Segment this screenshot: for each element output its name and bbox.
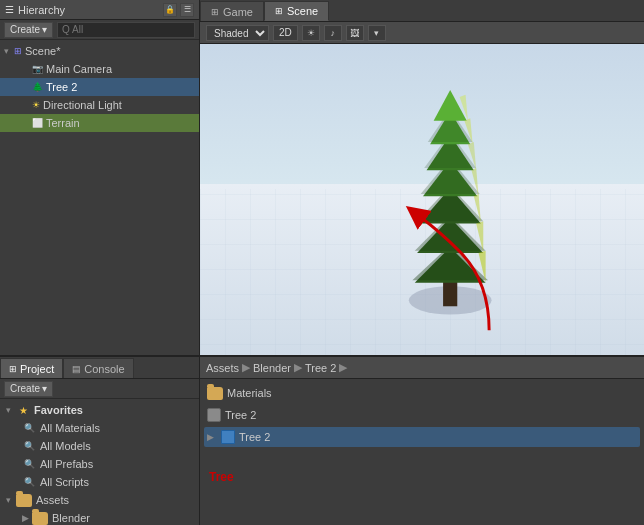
sun-icon-btn[interactable]: ☀ bbox=[302, 25, 320, 41]
view-tabs-row: ⊞ Game ⊞ Scene bbox=[200, 0, 644, 22]
hierarchy-list: ▾ ⊞ Scene* 📷 Main Camera 🌲 Tree 2 ☀ Dire… bbox=[0, 40, 199, 355]
tree2-mesh-label: Tree 2 bbox=[225, 409, 256, 421]
hierarchy-item-main-camera[interactable]: 📷 Main Camera bbox=[0, 60, 199, 78]
tab-project[interactable]: ⊞ Project bbox=[0, 358, 63, 378]
breadcrumb-sep-2: ▶ bbox=[294, 361, 302, 374]
hierarchy-item-directional-light[interactable]: ☀ Directional Light bbox=[0, 96, 199, 114]
scene-label: Scene* bbox=[25, 45, 60, 57]
item-label: Tree 2 bbox=[46, 81, 77, 93]
camera-icon: 📷 bbox=[32, 64, 43, 74]
all-scripts-label: All Scripts bbox=[40, 476, 89, 488]
project-assets-header[interactable]: ▾ Assets bbox=[0, 491, 199, 509]
all-materials-label: All Materials bbox=[40, 422, 100, 434]
image-icon-btn[interactable]: 🖼 bbox=[346, 25, 364, 41]
all-models-label: All Models bbox=[40, 440, 91, 452]
blender-folder-icon bbox=[32, 512, 48, 525]
tree-3d-svg bbox=[362, 64, 562, 324]
hierarchy-menu-btn[interactable]: ☰ bbox=[180, 3, 194, 17]
assets-expand: ▾ bbox=[6, 495, 16, 505]
hierarchy-toolbar: Create ▾ bbox=[0, 20, 199, 40]
project-blender[interactable]: ▶ Blender bbox=[0, 509, 199, 525]
favorites-star-icon: ★ bbox=[16, 403, 30, 417]
assets-panel: Assets ▶ Blender ▶ Tree 2 ▶ Materials Tr… bbox=[200, 357, 644, 525]
console-tab-label: Console bbox=[84, 363, 124, 375]
assets-content: Materials Tree 2 ▶ Tree 2 Tree bbox=[200, 379, 644, 525]
game-tab-icon: ⊞ bbox=[211, 7, 219, 17]
assets-label: Assets bbox=[36, 494, 69, 506]
favorites-expand: ▾ bbox=[6, 405, 16, 415]
item-label: Main Camera bbox=[46, 63, 112, 75]
tab-scene[interactable]: ⊞ Scene bbox=[264, 1, 329, 21]
item-label: Directional Light bbox=[43, 99, 122, 111]
scene-toolbar: Shaded 2D ☀ ♪ 🖼 ▾ bbox=[200, 22, 644, 44]
hierarchy-create-button[interactable]: Create ▾ bbox=[4, 22, 53, 38]
item-label: Terrain bbox=[46, 117, 80, 129]
project-tab-icon: ⊞ bbox=[9, 364, 17, 374]
sound-icon-btn[interactable]: ♪ bbox=[324, 25, 342, 41]
search-icon-scripts: 🔍 bbox=[22, 475, 36, 489]
favorites-label: Favorites bbox=[34, 404, 83, 416]
project-panel: ⊞ Project ▤ Console Create ▾ ▾ ★ Favorit… bbox=[0, 357, 200, 525]
hierarchy-title: ☰ Hierarchy bbox=[5, 4, 65, 16]
project-list: ▾ ★ Favorites 🔍 All Materials 🔍 All Mode… bbox=[0, 399, 199, 525]
asset-tree2-prefab[interactable]: ▶ Tree 2 bbox=[204, 427, 640, 447]
project-favorites-header[interactable]: ▾ ★ Favorites bbox=[0, 401, 199, 419]
hierarchy-search-input[interactable] bbox=[57, 22, 195, 38]
prefab-expand: ▶ bbox=[207, 432, 217, 442]
shading-select[interactable]: Shaded bbox=[206, 25, 269, 41]
more-icon-btn[interactable]: ▾ bbox=[368, 25, 386, 41]
project-tab-label: Project bbox=[20, 363, 54, 375]
project-toolbar: Create ▾ bbox=[0, 379, 199, 399]
breadcrumb-sep-3: ▶ bbox=[339, 361, 347, 374]
breadcrumb-assets[interactable]: Assets bbox=[206, 362, 239, 374]
project-tabs-row: ⊞ Project ▤ Console bbox=[0, 357, 199, 379]
project-all-models[interactable]: 🔍 All Models bbox=[0, 437, 199, 455]
project-all-prefabs[interactable]: 🔍 All Prefabs bbox=[0, 455, 199, 473]
hierarchy-item-tree2[interactable]: 🌲 Tree 2 bbox=[0, 78, 199, 96]
search-icon-materials: 🔍 bbox=[22, 421, 36, 435]
assets-folder-icon bbox=[16, 494, 32, 507]
search-icon-prefabs: 🔍 bbox=[22, 457, 36, 471]
scene-tab-label: Scene bbox=[287, 5, 318, 17]
breadcrumb-sep-1: ▶ bbox=[242, 361, 250, 374]
breadcrumb-tree2[interactable]: Tree 2 bbox=[305, 362, 336, 374]
scene-viewport[interactable] bbox=[200, 44, 644, 355]
mesh-icon bbox=[207, 408, 221, 422]
bottom-area: ⊞ Project ▤ Console Create ▾ ▾ ★ Favorit… bbox=[0, 355, 644, 525]
asset-tree2-mesh[interactable]: Tree 2 bbox=[204, 405, 640, 425]
project-all-scripts[interactable]: 🔍 All Scripts bbox=[0, 473, 199, 491]
tree-icon: 🌲 bbox=[32, 82, 43, 92]
main-view: ⊞ Game ⊞ Scene Shaded 2D ☀ ♪ 🖼 ▾ bbox=[200, 0, 644, 355]
scene-tab-icon: ⊞ bbox=[275, 6, 283, 16]
tab-console[interactable]: ▤ Console bbox=[63, 358, 133, 378]
assets-breadcrumb: Assets ▶ Blender ▶ Tree 2 ▶ bbox=[200, 357, 644, 379]
hierarchy-header: ☰ Hierarchy 🔒 ☰ bbox=[0, 0, 199, 20]
breadcrumb-blender[interactable]: Blender bbox=[253, 362, 291, 374]
materials-folder-label: Materials bbox=[227, 387, 272, 399]
console-tab-icon: ▤ bbox=[72, 364, 81, 374]
scene-icon: ⊞ bbox=[14, 46, 22, 56]
prefab-icon bbox=[221, 430, 235, 444]
annotation-label: Tree bbox=[209, 470, 234, 484]
asset-materials-folder[interactable]: Materials bbox=[204, 383, 640, 403]
blender-expand: ▶ bbox=[22, 513, 32, 523]
project-all-materials[interactable]: 🔍 All Materials bbox=[0, 419, 199, 437]
light-icon: ☀ bbox=[32, 100, 40, 110]
materials-folder-icon bbox=[207, 387, 223, 400]
hierarchy-lock-btn[interactable]: 🔒 bbox=[163, 3, 177, 17]
hierarchy-panel: ☰ Hierarchy 🔒 ☰ Create ▾ ▾ ⊞ Scene* bbox=[0, 0, 200, 355]
blender-label: Blender bbox=[52, 512, 90, 524]
hierarchy-icon: ☰ bbox=[5, 4, 14, 15]
project-create-button[interactable]: Create ▾ bbox=[4, 381, 53, 397]
terrain-icon: ⬜ bbox=[32, 118, 43, 128]
hierarchy-header-icons: 🔒 ☰ bbox=[163, 3, 194, 17]
hierarchy-title-label: Hierarchy bbox=[18, 4, 65, 16]
tab-game[interactable]: ⊞ Game bbox=[200, 1, 264, 21]
svg-marker-15 bbox=[434, 90, 467, 121]
game-tab-label: Game bbox=[223, 6, 253, 18]
toggle-2d-button[interactable]: 2D bbox=[273, 25, 298, 41]
hierarchy-scene-item[interactable]: ▾ ⊞ Scene* bbox=[0, 42, 199, 60]
scene-expand-arrow: ▾ bbox=[4, 46, 14, 56]
tree2-prefab-label: Tree 2 bbox=[239, 431, 270, 443]
hierarchy-item-terrain[interactable]: ⬜ Terrain bbox=[0, 114, 199, 132]
